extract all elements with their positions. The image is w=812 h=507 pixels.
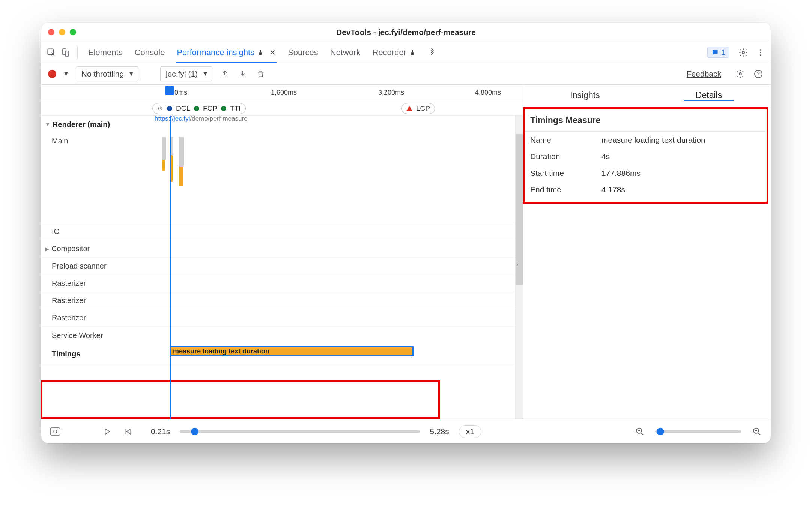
track-preload[interactable]: Preload scanner: [41, 258, 523, 275]
track-timings[interactable]: Timings measure loading text duration: [41, 344, 523, 364]
ruler-tick: 3,200ms: [378, 89, 404, 97]
minimap-scrollbar[interactable]: ›: [515, 116, 523, 419]
tab-insights[interactable]: Insights: [523, 90, 647, 100]
svg-point-5: [760, 52, 761, 53]
perf-toolbar: ▼ No throttling▼ jec.fyi (1)▼ Feedback: [41, 63, 771, 85]
window-minimize-dot[interactable]: [59, 29, 65, 35]
import-icon[interactable]: [237, 68, 248, 80]
page-select[interactable]: jec.fyi (1)▼: [160, 66, 212, 81]
svg-rect-10: [50, 428, 60, 435]
more-tabs-icon[interactable]: [426, 46, 439, 59]
playback-speed[interactable]: x1: [459, 425, 481, 438]
track-compositor[interactable]: ▶Compositor: [41, 240, 523, 258]
track-renderer[interactable]: ▼Renderer (main): [41, 116, 523, 133]
marker-lcp[interactable]: LCP: [401, 103, 435, 114]
detail-row: End time4.178s: [525, 181, 767, 202]
ruler-tick: 4,800ms: [475, 89, 501, 97]
ruler-tick: 0ms: [174, 89, 187, 97]
detail-row: Start time177.886ms: [525, 165, 767, 181]
chevron-right-icon[interactable]: ▶: [45, 246, 49, 252]
details-section-title: Timings Measure: [525, 109, 767, 132]
side-panel: Insights Details Timings Measure Namemea…: [523, 85, 771, 419]
markers-pill[interactable]: DCL FCP TTI: [152, 103, 246, 114]
playback-slider[interactable]: [180, 430, 420, 433]
device-toolbar-icon[interactable]: [59, 46, 72, 59]
svg-point-6: [760, 54, 761, 56]
playback-start-time: 0.21s: [151, 427, 170, 436]
tab-elements[interactable]: Elements: [83, 42, 128, 63]
play-icon[interactable]: [101, 426, 113, 437]
track-io[interactable]: IO: [41, 223, 523, 240]
panel-settings-icon[interactable]: [735, 68, 746, 80]
feedback-link[interactable]: Feedback: [687, 69, 721, 78]
tab-performance-insights[interactable]: Performance insights ✕: [171, 42, 281, 63]
experiment-icon: [409, 49, 415, 56]
tab-console[interactable]: Console: [129, 42, 170, 63]
annotation-box: [41, 380, 440, 419]
track-rasterizer[interactable]: Rasterizer: [41, 275, 523, 292]
timeline-ruler[interactable]: 0ms 1,600ms 3,200ms 4,800ms: [41, 85, 523, 101]
issues-badge[interactable]: 1: [707, 47, 729, 58]
svg-point-11: [54, 430, 57, 433]
playback-end-time: 5.28s: [430, 427, 449, 436]
detail-row: Namemeasure loading text duration: [525, 132, 767, 148]
help-icon[interactable]: [753, 68, 764, 80]
ruler-handle[interactable]: [165, 86, 174, 95]
track-rasterizer[interactable]: Rasterizer: [41, 292, 523, 309]
settings-icon[interactable]: [737, 46, 750, 59]
timeline-markers: DCL FCP TTI LCP: [41, 101, 523, 116]
playhead-line[interactable]: [170, 116, 171, 419]
throttling-select[interactable]: No throttling▼: [76, 66, 138, 81]
titlebar: DevTools - jec.fyi/demo/perf-measure: [41, 23, 771, 42]
devtools-tabstrip: Elements Console Performance insights ✕ …: [41, 42, 771, 63]
export-icon[interactable]: [219, 68, 230, 80]
zoom-out-icon[interactable]: [634, 426, 645, 437]
record-button[interactable]: [48, 70, 56, 78]
chevron-down-icon[interactable]: ▼: [45, 121, 50, 127]
window-zoom-dot[interactable]: [70, 29, 76, 35]
skip-back-icon[interactable]: [122, 426, 134, 437]
tab-details[interactable]: Details: [647, 90, 771, 100]
playback-bar: 0.21s 5.28s x1: [41, 419, 771, 443]
timings-measure-bar[interactable]: measure loading text duration: [170, 346, 414, 356]
inspect-icon[interactable]: [45, 46, 58, 59]
svg-point-7: [739, 73, 741, 75]
svg-point-4: [760, 49, 761, 51]
toggle-visibility-icon[interactable]: [50, 426, 61, 437]
tab-recorder[interactable]: Recorder: [367, 42, 421, 63]
ruler-tick: 1,600ms: [271, 89, 297, 97]
zoom-in-icon[interactable]: [751, 426, 762, 437]
annotation-box: Timings Measure Namemeasure loading text…: [523, 107, 768, 204]
track-rasterizer[interactable]: Rasterizer: [41, 309, 523, 327]
warning-icon: [406, 106, 412, 111]
tab-network[interactable]: Network: [325, 42, 366, 63]
experiment-icon: [257, 49, 263, 56]
record-menu-caret[interactable]: ▼: [63, 71, 69, 77]
kebab-menu-icon[interactable]: [754, 46, 767, 59]
delete-icon[interactable]: [255, 68, 266, 80]
window-close-dot[interactable]: [48, 29, 54, 35]
issues-count: 1: [721, 48, 725, 57]
track-main[interactable]: Main: [41, 133, 523, 223]
tab-sources[interactable]: Sources: [283, 42, 323, 63]
zoom-slider[interactable]: [655, 430, 741, 433]
close-tab-icon[interactable]: ✕: [269, 48, 276, 57]
timeline-tracks: https://jec.fyi/demo/perf-measure ▼Rende…: [41, 116, 523, 419]
window-title: DevTools - jec.fyi/demo/perf-measure: [41, 28, 771, 37]
detail-row: Duration4s: [525, 148, 767, 165]
track-service-worker[interactable]: Service Worker: [41, 327, 523, 344]
svg-point-3: [742, 51, 745, 54]
